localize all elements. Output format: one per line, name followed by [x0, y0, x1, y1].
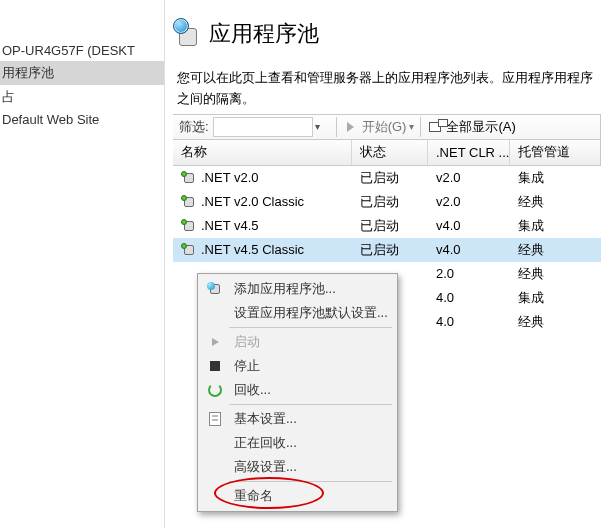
toolbar: 筛选: ▾ 开始(G) ▾ 全部显示(A): [173, 114, 601, 140]
blank-icon: [204, 485, 226, 507]
blank-icon: [204, 302, 226, 324]
connections-tree[interactable]: OP-UR4G57F (DESKT 用程序池 占 Default Web Sit…: [0, 0, 165, 528]
show-all-button[interactable]: 全部显示(A): [427, 118, 515, 136]
ctx-separator: [229, 327, 392, 328]
cell-pipeline: 经典: [518, 193, 544, 211]
ctx-start: 启动: [201, 330, 394, 354]
showall-icon: [427, 119, 443, 135]
start-button-label: 开始(G): [362, 118, 407, 136]
page-description: 您可以在此页上查看和管理服务器上的应用程序池列表。应用程序用程序之间的隔离。: [177, 68, 597, 110]
tree-item-sites[interactable]: 占: [0, 85, 164, 109]
ctx-label: 回收...: [226, 381, 271, 399]
page-title: 应用程序池: [209, 19, 319, 49]
cell-name: .NET v4.5: [201, 218, 259, 233]
ctx-recycling[interactable]: 正在回收...: [201, 431, 394, 455]
play-icon: [204, 331, 226, 353]
cell-pipeline: 经典: [518, 265, 544, 283]
ctx-label: 基本设置...: [226, 410, 297, 428]
cell-pipeline: 经典: [518, 241, 544, 259]
play-icon: [343, 119, 359, 135]
toolbar-separator: [336, 117, 337, 137]
refresh-icon: [204, 379, 226, 401]
cell-net: v4.0: [436, 218, 461, 233]
pool-icon: [181, 219, 197, 233]
app-pool-icon: [173, 18, 199, 50]
toolbar-separator: [420, 117, 421, 137]
filter-input[interactable]: [213, 117, 313, 137]
cell-status: 已启动: [360, 193, 399, 211]
ctx-label: 重命名: [226, 487, 273, 505]
ctx-rename[interactable]: 重命名: [201, 484, 394, 508]
tree-item-app-pools[interactable]: 用程序池: [0, 61, 164, 85]
ctx-basic-settings[interactable]: 基本设置...: [201, 407, 394, 431]
ctx-separator: [229, 481, 392, 482]
ctx-label: 设置应用程序池默认设置...: [226, 304, 388, 322]
table-row[interactable]: .NET v2.0 已启动 v2.0 集成: [173, 166, 601, 190]
cell-pipeline: 集成: [518, 169, 544, 187]
stop-icon: [204, 355, 226, 377]
column-name[interactable]: 名称: [173, 140, 352, 165]
table-row[interactable]: .NET v4.5 已启动 v4.0 集成: [173, 214, 601, 238]
cell-status: 已启动: [360, 241, 399, 259]
ctx-stop[interactable]: 停止: [201, 354, 394, 378]
ctx-recycle[interactable]: 回收...: [201, 378, 394, 402]
cell-name: .NET v2.0 Classic: [201, 194, 304, 209]
ctx-separator: [229, 404, 392, 405]
cell-net: v4.0: [436, 242, 461, 257]
blank-icon: [204, 432, 226, 454]
column-status[interactable]: 状态: [352, 140, 428, 165]
cell-status: 已启动: [360, 217, 399, 235]
cell-name: .NET v4.5 Classic: [201, 242, 304, 257]
cell-pipeline: 集成: [518, 289, 544, 307]
tree-item-default-site[interactable]: Default Web Site: [0, 109, 164, 130]
filter-dropdown-icon[interactable]: ▾: [315, 121, 320, 132]
cell-pipeline: 集成: [518, 217, 544, 235]
chevron-down-icon: ▾: [409, 121, 414, 132]
ctx-add-app-pool[interactable]: 添加应用程序池...: [201, 277, 394, 301]
show-all-button-label: 全部显示(A): [446, 118, 515, 136]
column-net-clr[interactable]: .NET CLR ...: [428, 140, 510, 165]
tree-item-server[interactable]: OP-UR4G57F (DESKT: [0, 40, 164, 61]
blank-icon: [204, 456, 226, 478]
ctx-label: 正在回收...: [226, 434, 297, 452]
grid-header[interactable]: 名称 状态 .NET CLR ... 托管管道: [173, 140, 601, 166]
pool-icon: [181, 171, 197, 185]
cell-net: v2.0: [436, 194, 461, 209]
cell-net: v2.0: [436, 170, 461, 185]
cell-status: 已启动: [360, 169, 399, 187]
context-menu[interactable]: 添加应用程序池... 设置应用程序池默认设置... 启动 停止 回收... 基本…: [197, 273, 398, 512]
ctx-label: 停止: [226, 357, 260, 375]
table-row[interactable]: .NET v4.5 Classic 已启动 v4.0 经典: [173, 238, 601, 262]
cell-net: 4.0: [436, 314, 454, 329]
filter-label: 筛选:: [179, 118, 209, 136]
cell-net: 2.0: [436, 266, 454, 281]
cell-pipeline: 经典: [518, 313, 544, 331]
start-button[interactable]: 开始(G) ▾: [343, 118, 415, 136]
pool-icon: [181, 195, 197, 209]
table-row[interactable]: .NET v2.0 Classic 已启动 v2.0 经典: [173, 190, 601, 214]
cell-net: 4.0: [436, 290, 454, 305]
ctx-advanced-settings[interactable]: 高级设置...: [201, 455, 394, 479]
ctx-label: 添加应用程序池...: [226, 280, 336, 298]
pool-icon: [181, 243, 197, 257]
ctx-label: 启动: [226, 333, 260, 351]
add-pool-icon: [204, 278, 226, 300]
cell-name: .NET v2.0: [201, 170, 259, 185]
ctx-set-defaults[interactable]: 设置应用程序池默认设置...: [201, 301, 394, 325]
column-pipeline[interactable]: 托管管道: [510, 140, 600, 165]
ctx-label: 高级设置...: [226, 458, 297, 476]
doc-icon: [204, 408, 226, 430]
